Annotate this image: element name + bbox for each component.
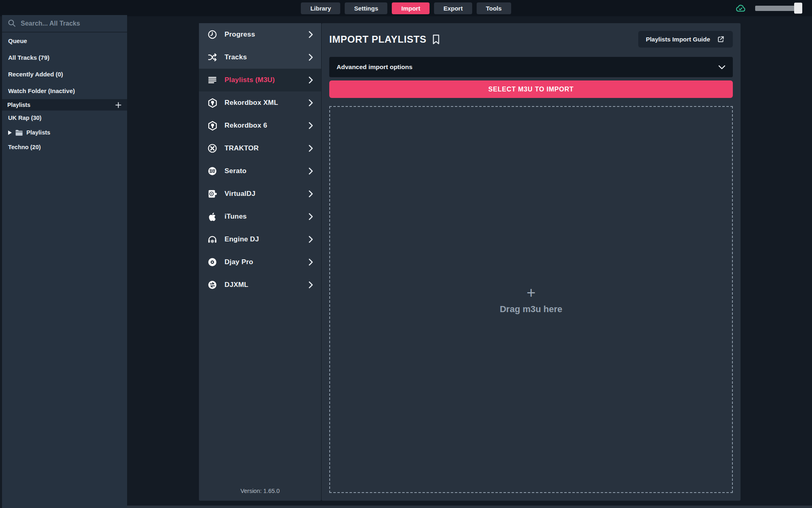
traktor-icon xyxy=(206,143,218,154)
menu-item-playlists-m3u[interactable]: Playlists (M3U) xyxy=(199,69,321,91)
library-button[interactable]: Library xyxy=(301,2,340,14)
sidebar-item-all-tracks[interactable]: All Tracks (79) xyxy=(2,49,127,66)
external-link-icon xyxy=(717,35,725,43)
dropzone-plus-icon: + xyxy=(527,285,536,300)
menu-item-label: Serato xyxy=(225,167,309,175)
search-bar[interactable] xyxy=(2,15,127,33)
sidebar-list: Queue All Tracks (79) Recently Added (0)… xyxy=(2,33,127,99)
clock-icon xyxy=(206,29,218,40)
page-title: IMPORT PLAYLISTS xyxy=(329,34,426,45)
import-button[interactable]: Import xyxy=(392,2,430,14)
rekordbox-icon xyxy=(206,120,218,131)
menu-item-label: iTunes xyxy=(225,213,309,221)
playlists-section-header[interactable]: Playlists xyxy=(2,99,127,111)
menu-item-label: Progress xyxy=(225,30,309,39)
search-input[interactable] xyxy=(21,20,121,27)
menu-item-djxml[interactable]: DJXML xyxy=(199,274,321,296)
playlist-item-uk-rap[interactable]: UK Rap (30) xyxy=(2,111,127,125)
menu-item-rekordbox-6[interactable]: Rekordbox 6 xyxy=(199,114,321,137)
tracks-icon xyxy=(206,52,218,63)
chevron-right-icon xyxy=(309,258,313,266)
volume-slider-handle[interactable] xyxy=(794,3,802,14)
playlist-label: UK Rap (30) xyxy=(8,115,41,121)
chevron-right-icon xyxy=(309,190,313,198)
advanced-import-options-toggle[interactable]: Advanced import options xyxy=(329,57,733,77)
menu-item-label: VirtualDJ xyxy=(225,190,309,198)
bottom-bar-edge xyxy=(127,506,812,508)
version-label: Version: 1.65.0 xyxy=(199,488,321,501)
menu-item-rekordbox-xml[interactable]: Rekordbox XML xyxy=(199,91,321,114)
playlist-item-techno[interactable]: Techno (20) xyxy=(2,140,127,154)
chevron-right-icon xyxy=(309,236,313,243)
top-right-cluster xyxy=(735,0,801,16)
settings-button[interactable]: Settings xyxy=(345,2,387,14)
sidebar-item-watch-folder[interactable]: Watch Folder (Inactive) xyxy=(2,82,127,99)
playlist-folder-label: Playlists xyxy=(26,129,50,136)
menu-item-label: Engine DJ xyxy=(225,235,309,243)
library-sidebar: Queue All Tracks (79) Recently Added (0)… xyxy=(2,15,127,508)
sidebar-item-queue[interactable]: Queue xyxy=(2,33,127,49)
menu-item-label: Tracks xyxy=(225,53,309,61)
menu-item-serato[interactable]: Serato xyxy=(199,160,321,182)
playlists-section-label: Playlists xyxy=(7,102,30,108)
tools-button[interactable]: Tools xyxy=(477,2,511,14)
chevron-right-icon xyxy=(309,122,313,129)
menu-item-label: DJXML xyxy=(225,281,309,289)
main-header: IMPORT PLAYLISTS Playlists Import Guide xyxy=(329,31,733,48)
bookmark-icon[interactable] xyxy=(432,34,441,45)
menu-item-label: TRAKTOR xyxy=(225,144,309,152)
menu-item-traktor[interactable]: TRAKTOR xyxy=(199,137,321,160)
menu-item-progress[interactable]: Progress xyxy=(199,23,321,46)
chevron-right-icon xyxy=(309,213,313,220)
export-button[interactable]: Export xyxy=(434,2,472,14)
djxml-icon xyxy=(206,280,218,290)
serato-icon xyxy=(206,166,218,176)
import-sources-menu: Progress Tracks xyxy=(199,23,321,501)
apple-icon xyxy=(206,212,218,222)
playlist-folder-playlists[interactable]: Playlists xyxy=(2,125,127,140)
chevron-right-icon xyxy=(309,281,313,289)
folder-icon xyxy=(15,129,23,136)
chevron-right-icon xyxy=(309,99,313,106)
advanced-options-label: Advanced import options xyxy=(337,63,412,71)
menu-group-top: Progress Tracks xyxy=(199,23,321,69)
menu-item-virtualdj[interactable]: VirtualDJ xyxy=(199,182,321,205)
menu-item-tracks[interactable]: Tracks xyxy=(199,46,321,69)
chevron-right-icon xyxy=(309,76,313,84)
sidebar-item-recently-added[interactable]: Recently Added (0) xyxy=(2,66,127,82)
search-icon xyxy=(8,19,16,28)
playlists-import-guide-button[interactable]: Playlists Import Guide xyxy=(638,31,733,48)
menu-item-engine-dj[interactable]: Engine DJ xyxy=(199,228,321,251)
add-playlist-icon[interactable] xyxy=(115,102,122,109)
top-navigation: Library Settings Import Export Tools xyxy=(0,0,812,16)
menu-item-itunes[interactable]: iTunes xyxy=(199,205,321,228)
menu-item-djay-pro[interactable]: Djay Pro xyxy=(199,251,321,274)
chevron-down-icon xyxy=(718,65,726,69)
virtualdj-icon xyxy=(206,189,218,199)
import-playlists-panel: IMPORT PLAYLISTS Playlists Import Guide … xyxy=(322,23,741,501)
playlist-label: Techno (20) xyxy=(8,144,41,150)
menu-item-label: Rekordbox 6 xyxy=(225,122,309,130)
guide-button-label: Playlists Import Guide xyxy=(646,36,710,43)
chevron-right-icon xyxy=(309,31,313,38)
volume-slider[interactable] xyxy=(755,6,801,11)
vinyl-icon xyxy=(206,257,218,267)
menu-item-label: Rekordbox XML xyxy=(225,99,309,107)
menu-item-label: Djay Pro xyxy=(225,258,309,266)
cloud-check-icon[interactable] xyxy=(735,3,746,13)
chevron-right-icon xyxy=(309,167,313,175)
dropzone-text: Drag m3u here xyxy=(500,304,562,315)
select-m3u-to-import-button[interactable]: SELECT M3U TO IMPORT xyxy=(329,80,733,98)
rekordbox-icon xyxy=(206,98,218,109)
chevron-right-icon xyxy=(309,54,313,61)
chevron-right-icon xyxy=(309,145,313,152)
playlist-lines-icon xyxy=(206,75,218,85)
expand-triangle-icon[interactable] xyxy=(8,130,12,135)
m3u-dropzone[interactable]: + Drag m3u here xyxy=(329,106,733,493)
top-bar: Library Settings Import Export Tools xyxy=(0,0,812,16)
headphones-icon xyxy=(206,234,218,245)
menu-item-label: Playlists (M3U) xyxy=(225,76,309,84)
